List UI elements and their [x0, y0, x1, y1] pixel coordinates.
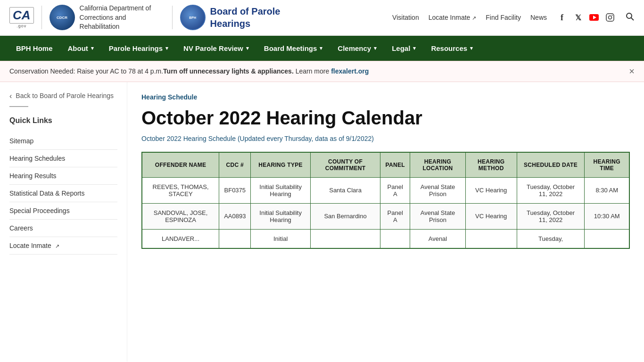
nav-about[interactable]: About ▾	[61, 36, 100, 61]
nav-board-meetings[interactable]: Board Meetings ▾	[257, 36, 330, 61]
svg-point-3	[609, 16, 612, 19]
sidebar-link-sitemap[interactable]: Sitemap	[9, 132, 117, 150]
cell-cdc: BF0375	[219, 177, 251, 203]
cell-cdc	[219, 229, 251, 248]
cdcr-logo-group: CDCR California Department of Correction…	[50, 4, 165, 32]
header-logos: CA .gov CDCR California Department of Co…	[9, 4, 280, 32]
sidebar-link-statistical-data[interactable]: Statistical Data & Reports	[9, 185, 117, 202]
cell-location: Avenal State Prison	[410, 177, 466, 203]
cell-time: 10:30 AM	[585, 203, 629, 229]
flexalert-link[interactable]: flexalert.org	[331, 67, 369, 75]
page-title: October 2022 Hearing Calendar	[141, 107, 630, 129]
cell-location: Avenal State Prison	[410, 203, 466, 229]
cell-hearing-type: Initial Suitability Hearing	[251, 177, 310, 203]
alert-banner: Conservation Needed: Raise your AC to 78…	[0, 61, 644, 82]
cell-date: Tuesday, October 11, 2022	[517, 203, 585, 229]
external-link-icon: ↗	[472, 15, 476, 21]
bph-org-name: Board of Parole Hearings	[210, 5, 281, 30]
sidebar-link-special-proceedings[interactable]: Special Proceedings	[9, 202, 117, 220]
facebook-icon[interactable]: f	[556, 12, 568, 23]
header-divider-1	[41, 6, 42, 29]
col-header-hearing-type: HEARING TYPE	[251, 152, 310, 178]
col-header-location: HEARING LOCATION	[410, 152, 466, 178]
back-arrow-icon: ‹	[9, 92, 12, 100]
about-chevron-icon: ▾	[91, 45, 94, 51]
nav-parole-hearings[interactable]: Parole Hearings ▾	[102, 36, 175, 61]
top-nav-news[interactable]: News	[530, 14, 547, 21]
top-nav-locate-inmate[interactable]: Locate Inmate ↗	[429, 14, 477, 21]
nav-legal[interactable]: Legal ▾	[385, 36, 422, 61]
col-header-time: HEARING TIME	[585, 152, 629, 178]
cell-hearing-type: Initial	[251, 229, 310, 248]
cell-location: Avenal	[410, 229, 466, 248]
cell-method	[465, 229, 517, 248]
sidebar-link-hearing-results[interactable]: Hearing Results	[9, 167, 117, 185]
cell-time: 8:30 AM	[585, 177, 629, 203]
table-row: SANDOVAL, JOSE, ESPINOZA AA0893 Initial …	[142, 203, 629, 229]
cell-time	[585, 229, 629, 248]
top-nav-find-facility[interactable]: Find Facility	[486, 14, 521, 21]
table-header: OFFENDER NAME CDC # HEARING TYPE COUNTY …	[142, 152, 629, 178]
cell-method: VC Hearing	[465, 203, 517, 229]
sidebar: ‹ Back to Board of Parole Hearings Quick…	[0, 82, 127, 362]
table-body: REEVES, THOMAS, STACEY BF0375 Initial Su…	[142, 177, 629, 248]
search-button[interactable]	[625, 12, 635, 24]
table-header-row: OFFENDER NAME CDC # HEARING TYPE COUNTY …	[142, 152, 629, 178]
nav-resources[interactable]: Resources ▾	[424, 36, 479, 61]
cell-cdc: AA0893	[219, 203, 251, 229]
ca-gov-label: .gov	[17, 24, 26, 28]
table-row: LANDAVER... Initial Avenal Tuesday,	[142, 229, 629, 248]
cell-date: Tuesday, October 11, 2022	[517, 177, 585, 203]
cell-offender-name: LANDAVER...	[142, 229, 219, 248]
nav-bph-home[interactable]: BPH Home	[9, 36, 59, 61]
cell-offender-name: SANDOVAL, JOSE, ESPINOZA	[142, 203, 219, 229]
table-row: REEVES, THOMAS, STACEY BF0375 Initial Su…	[142, 177, 629, 203]
bph-logo-group: BPH Board of Parole Hearings	[180, 5, 281, 30]
twitter-icon[interactable]: 𝕏	[572, 12, 584, 23]
bph-logo-circle: BPH	[180, 5, 206, 30]
sidebar-link-locate-inmate[interactable]: Locate Inmate ↗	[9, 237, 117, 255]
col-header-offender-name: OFFENDER NAME	[142, 152, 219, 178]
cdcr-logo-circle: CDCR	[50, 5, 75, 30]
page-subtitle: October 2022 Hearing Schedule (Updated e…	[141, 135, 630, 142]
top-header-right: Visitation Locate Inmate ↗ Find Facility…	[392, 12, 635, 24]
quick-links-title: Quick Links	[9, 116, 117, 125]
legal-chevron-icon: ▾	[413, 45, 416, 51]
clemency-chevron-icon: ▾	[374, 45, 377, 51]
cell-county: Santa Clara	[310, 177, 380, 203]
ca-gov-logo[interactable]: CA .gov	[9, 7, 34, 28]
col-header-cdc: CDC #	[219, 152, 251, 178]
youtube-icon[interactable]	[588, 12, 600, 23]
board-meetings-chevron-icon: ▾	[320, 45, 322, 51]
main-nav: BPH Home About ▾ Parole Hearings ▾ NV Pa…	[0, 36, 644, 61]
parole-hearings-chevron-icon: ▾	[165, 45, 168, 51]
cell-panel	[380, 229, 410, 248]
svg-line-6	[631, 17, 634, 20]
breadcrumb: Hearing Schedule	[141, 93, 630, 101]
cell-panel: Panel A	[380, 203, 410, 229]
col-header-panel: PANEL	[380, 152, 410, 178]
sidebar-link-careers[interactable]: Careers	[9, 220, 117, 237]
sidebar-divider	[9, 106, 28, 107]
sidebar-back-link[interactable]: ‹ Back to Board of Parole Hearings	[9, 91, 117, 101]
header-divider-2	[172, 6, 173, 29]
locate-inmate-ext-icon: ↗	[55, 243, 59, 249]
resources-chevron-icon: ▾	[470, 45, 473, 51]
ca-logo-text: CA	[9, 7, 34, 24]
alert-text: Conservation Needed: Raise your AC to 78…	[9, 67, 621, 75]
col-header-date: SCHEDULED DATE	[517, 152, 585, 178]
alert-close-button[interactable]: ×	[629, 66, 635, 77]
cell-date: Tuesday,	[517, 229, 585, 248]
nav-clemency[interactable]: Clemency ▾	[331, 36, 383, 61]
nv-parole-review-chevron-icon: ▾	[246, 45, 249, 51]
hearing-table: OFFENDER NAME CDC # HEARING TYPE COUNTY …	[141, 152, 630, 249]
top-nav-visitation[interactable]: Visitation	[392, 14, 419, 21]
svg-point-4	[612, 15, 613, 16]
col-header-method: HEARING METHOD	[465, 152, 517, 178]
cell-panel: Panel A	[380, 177, 410, 203]
sidebar-link-hearing-schedules[interactable]: Hearing Schedules	[9, 150, 117, 167]
nav-nv-parole-review[interactable]: NV Parole Review ▾	[177, 36, 256, 61]
cell-offender-name: REEVES, THOMAS, STACEY	[142, 177, 219, 203]
instagram-icon[interactable]	[604, 12, 616, 23]
main-content: ‹ Back to Board of Parole Hearings Quick…	[0, 82, 644, 362]
